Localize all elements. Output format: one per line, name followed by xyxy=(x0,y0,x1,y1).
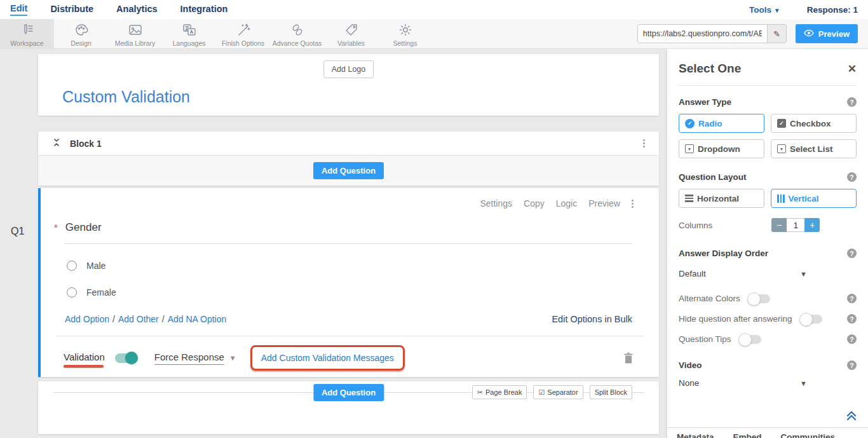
gear-icon xyxy=(398,22,413,38)
toolbar-item-workspace[interactable]: Workspace xyxy=(0,19,54,48)
toolbar-item-design[interactable]: Design xyxy=(54,19,108,48)
question-divider xyxy=(65,243,632,244)
block-menu-icon[interactable] xyxy=(643,139,645,147)
nav-analytics[interactable]: Analytics xyxy=(116,4,157,15)
page-break-button[interactable]: ✂ Page Break xyxy=(472,385,527,399)
help-icon[interactable]: ? xyxy=(847,249,857,258)
question-logic-link[interactable]: Logic xyxy=(556,198,577,209)
answer-display-order-select[interactable]: Default ▼ xyxy=(679,269,857,278)
answer-type-checkbox[interactable]: ✓ Checkbox xyxy=(771,114,857,133)
help-icon[interactable]: ? xyxy=(847,334,857,344)
validation-toggle[interactable] xyxy=(115,353,137,363)
add-logo-button[interactable]: Add Logo xyxy=(323,60,374,78)
add-custom-validation-messages-link[interactable]: Add Custom Validation Messages xyxy=(261,353,394,363)
help-icon[interactable]: ? xyxy=(847,314,857,324)
answer-type-dropdown[interactable]: ▼ Dropdown xyxy=(679,139,764,158)
question-tips-label: Question Tips xyxy=(679,334,731,344)
option-label[interactable]: Female xyxy=(86,287,116,298)
alternate-colors-toggle[interactable] xyxy=(749,294,770,303)
survey-header-card: Add Logo Custom Validation xyxy=(38,54,659,116)
add-option-link[interactable]: Add Option xyxy=(65,314,109,324)
survey-url-input[interactable] xyxy=(638,25,767,43)
force-response-dropdown[interactable]: Force Response ▼ xyxy=(154,352,236,365)
toolbar-item-finish-options[interactable]: Finish Options xyxy=(216,19,270,48)
add-question-button-bottom[interactable]: Add Question xyxy=(313,384,384,401)
question-number: Q1 xyxy=(11,226,24,237)
alternate-colors-label: Alternate Colors xyxy=(679,294,740,303)
help-icon[interactable]: ? xyxy=(847,360,857,370)
question-copy-link[interactable]: Copy xyxy=(524,198,545,209)
close-icon[interactable]: ✕ xyxy=(848,62,857,76)
help-icon[interactable]: ? xyxy=(847,294,857,303)
select-list-icon: ▼ xyxy=(777,144,786,153)
split-block-button[interactable]: Split Block xyxy=(590,385,632,399)
edit-url-icon[interactable]: ✎ xyxy=(767,25,786,43)
help-icon[interactable]: ? xyxy=(847,172,857,182)
toolbar-item-settings[interactable]: Settings xyxy=(378,19,432,48)
layout-vertical-button[interactable]: Vertical xyxy=(771,189,857,208)
image-icon xyxy=(128,22,143,38)
add-other-link[interactable]: Add Other xyxy=(118,314,159,324)
question-tips-toggle[interactable] xyxy=(740,335,761,344)
question-menu-icon[interactable] xyxy=(632,200,634,208)
layout-horizontal-button[interactable]: Horizontal xyxy=(679,189,764,208)
toolbar-item-advance-quotas[interactable]: Advance Quotas xyxy=(270,19,324,48)
nav-integration[interactable]: Integration xyxy=(180,4,228,15)
chevron-down-icon: ▼ xyxy=(800,380,807,387)
question-text[interactable]: Gender xyxy=(65,221,102,234)
add-question-button-top[interactable]: Add Question xyxy=(313,162,384,179)
tab-metadata[interactable]: Metadata xyxy=(677,432,714,438)
block-card: Block 1 Add Question xyxy=(38,132,659,186)
help-icon[interactable]: ? xyxy=(847,97,857,107)
validation-row: Validation Force Response ▼ Add Custom V… xyxy=(41,336,659,371)
preview-button[interactable]: Preview xyxy=(796,24,858,43)
panel-title: Select One xyxy=(679,62,741,76)
tab-communities[interactable]: Communities xyxy=(781,432,836,438)
delete-question-icon[interactable] xyxy=(623,352,634,364)
question-layout-label: Question Layout xyxy=(679,172,747,182)
option-label[interactable]: Male xyxy=(86,261,105,271)
survey-title[interactable]: Custom Validation xyxy=(62,88,190,106)
response-count[interactable]: Response: 1 xyxy=(807,5,858,15)
question-settings-link[interactable]: Settings xyxy=(480,198,512,209)
hide-question-toggle[interactable] xyxy=(801,315,822,324)
annotation-highlight-box: Add Custom Validation Messages xyxy=(250,345,405,371)
block-add-question-row: Add Question xyxy=(38,156,659,185)
increment-button[interactable]: + xyxy=(804,218,820,232)
add-na-option-link[interactable]: Add NA Option xyxy=(168,314,227,324)
columns-label: Columns xyxy=(679,221,712,230)
answer-type-select-list[interactable]: ▼ Select List xyxy=(771,139,857,158)
horizontal-bars-icon xyxy=(685,195,693,202)
wand-icon xyxy=(236,22,251,38)
answer-type-radio[interactable]: ✓ Radio xyxy=(679,114,764,133)
answer-type-label: Answer Type xyxy=(679,97,731,107)
radio-button-male[interactable] xyxy=(67,261,77,271)
video-select[interactable]: None ▼ xyxy=(679,378,857,388)
tag-icon xyxy=(344,22,359,38)
edit-options-in-bulk-link[interactable]: Edit Options in Bulk xyxy=(552,314,632,324)
collapse-block-icon[interactable] xyxy=(52,137,61,150)
panel-divider xyxy=(679,85,857,86)
toolbar-item-languages[interactable]: Languages xyxy=(162,19,216,48)
question-preview-link[interactable]: Preview xyxy=(588,198,620,209)
radio-check-icon: ✓ xyxy=(685,119,695,128)
nav-distribute[interactable]: Distribute xyxy=(50,4,93,15)
tab-embed[interactable]: Embed xyxy=(733,432,762,438)
block-footer-card: Add Question ✂ Page Break ☑ Separator Sp… xyxy=(38,381,659,434)
editor-toolbar: Workspace Design Media Library Languages… xyxy=(0,19,868,49)
columns-value: 1 xyxy=(787,218,804,232)
chain-icon xyxy=(290,22,305,38)
toolbar-item-variables[interactable]: Variables xyxy=(324,19,378,48)
validation-label: Validation xyxy=(64,352,105,365)
radio-button-female[interactable] xyxy=(67,287,77,298)
palette-icon xyxy=(74,22,89,38)
nav-edit[interactable]: Edit xyxy=(10,3,27,16)
tools-menu[interactable]: Tools ▼ xyxy=(749,5,780,15)
decrement-button[interactable]: − xyxy=(771,218,787,232)
chevron-down-icon: ▼ xyxy=(774,7,780,14)
question-settings-panel: Select One ✕ Answer Type ? ✓ Radio ✓ Che… xyxy=(667,49,868,438)
block-title[interactable]: Block 1 xyxy=(70,139,102,149)
scroll-to-top-icon[interactable] xyxy=(845,409,858,424)
separator-button[interactable]: ☑ Separator xyxy=(533,385,583,399)
toolbar-item-media-library[interactable]: Media Library xyxy=(108,19,162,48)
